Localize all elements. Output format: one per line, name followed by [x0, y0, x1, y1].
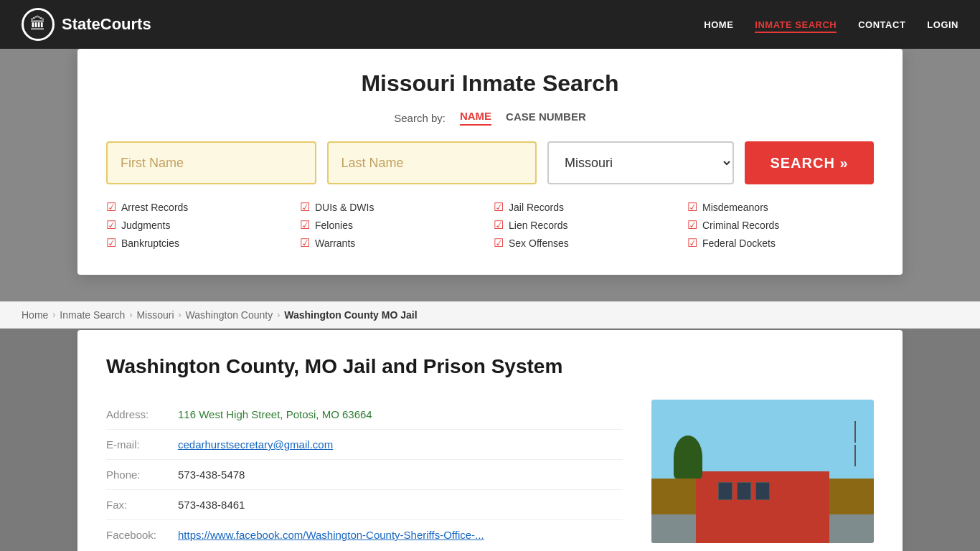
address-row: Address: 116 West High Street, Potosi, M…	[106, 400, 623, 430]
window-1	[718, 482, 732, 500]
facebook-value: https://www.facebook.com/Washington-Coun…	[178, 529, 484, 541]
nav-item-contact[interactable]: CONTACT	[858, 18, 905, 31]
search-by-row: Search by: NAME CASE NUMBER	[106, 110, 874, 126]
power-lines	[854, 421, 856, 466]
phone-label: Phone:	[106, 468, 171, 481]
checkbox-label-criminal: Criminal Records	[702, 220, 779, 231]
checkbox-icon-lien: ☑	[494, 218, 504, 232]
logo-text: StateCourts	[62, 15, 151, 34]
checkbox-label-judgments: Judgments	[121, 220, 170, 231]
checkbox-judgments: ☑ Judgments	[106, 218, 293, 232]
checkbox-label-lien: Lien Records	[509, 220, 568, 231]
checkbox-label-jail: Jail Records	[509, 202, 564, 213]
site-logo[interactable]: 🏛 StateCourts	[22, 8, 151, 41]
checkbox-icon-judgments: ☑	[106, 218, 116, 232]
nav-item-home[interactable]: HOME	[704, 18, 733, 31]
checkbox-icon-bankruptcies: ☑	[106, 236, 116, 250]
checkbox-arrest-records: ☑ Arrest Records	[106, 200, 293, 214]
search-inputs-row: Missouri Alabama Alaska Arizona Arkansas…	[106, 141, 874, 184]
fax-label: Fax:	[106, 499, 171, 511]
site-header: 🏛 StateCourts HOME INMATE SEARCH CONTACT…	[0, 0, 980, 49]
nav-item-login[interactable]: LOGIN	[927, 18, 958, 31]
nav-link-home[interactable]: HOME	[704, 19, 733, 30]
checkboxes-grid: ☑ Arrest Records ☑ DUIs & DWIs ☑ Jail Re…	[106, 200, 874, 250]
email-link[interactable]: cedarhurstsecretary@gmail.com	[178, 438, 333, 451]
checkbox-jail-records: ☑ Jail Records	[494, 200, 680, 214]
search-by-label: Search by:	[394, 112, 446, 124]
checkbox-bankruptcies: ☑ Bankruptcies	[106, 236, 293, 250]
checkbox-label-duis: DUIs & DWIs	[315, 202, 374, 213]
checkbox-lien-records: ☑ Lien Records	[494, 218, 680, 232]
window-3	[755, 482, 770, 500]
tree-left	[674, 435, 702, 479]
checkbox-icon-criminal: ☑	[687, 218, 697, 232]
breadcrumb-washington-county[interactable]: Washington County	[186, 309, 273, 321]
checkbox-label-federal: Federal Dockets	[702, 237, 776, 249]
facebook-label: Facebook:	[106, 529, 171, 541]
facebook-row: Facebook: https://www.facebook.com/Washi…	[106, 520, 623, 550]
checkbox-icon-duis: ☑	[300, 200, 310, 214]
breadcrumb-inmate-search[interactable]: Inmate Search	[60, 309, 125, 321]
nav-menu: HOME INMATE SEARCH CONTACT LOGIN	[704, 18, 958, 31]
checkbox-label-bankruptcies: Bankruptcies	[121, 237, 179, 249]
breadcrumb-chevron-1: ›	[52, 310, 55, 320]
email-row: E-mail: cedarhurstsecretary@gmail.com	[106, 430, 623, 460]
nav-link-contact[interactable]: CONTACT	[858, 19, 905, 30]
checkbox-label-misdemeanors: Misdemeanors	[702, 202, 768, 213]
jail-image-inner	[651, 400, 874, 543]
breadcrumb-chevron-2: ›	[129, 310, 132, 320]
checkbox-label-felonies: Felonies	[315, 220, 353, 231]
checkbox-warrants: ☑ Warrants	[300, 236, 486, 250]
email-label: E-mail:	[106, 438, 171, 451]
checkbox-sex-offenses: ☑ Sex Offenses	[494, 236, 680, 250]
checkbox-criminal-records: ☑ Criminal Records	[687, 218, 874, 232]
address-label: Address:	[106, 408, 171, 420]
email-value: cedarhurstsecretary@gmail.com	[178, 438, 333, 451]
fax-row: Fax: 573-438-8461	[106, 490, 623, 520]
search-card-title: Missouri Inmate Search	[106, 70, 874, 97]
checkbox-icon-jail: ☑	[494, 200, 504, 214]
checkbox-icon-misdemeanors: ☑	[687, 200, 697, 214]
checkbox-icon-felonies: ☑	[300, 218, 310, 232]
checkbox-icon-warrants: ☑	[300, 236, 310, 250]
info-table: Address: 116 West High Street, Potosi, M…	[106, 400, 623, 550]
sky-line-1	[854, 421, 856, 443]
checkbox-label-sex-offenses: Sex Offenses	[509, 237, 569, 249]
phone-value: 573-438-5478	[178, 468, 245, 481]
breadcrumb-missouri[interactable]: Missouri	[136, 309, 174, 321]
breadcrumb-current: Washington County MO Jail	[284, 309, 417, 321]
sky-line-2	[854, 445, 856, 466]
search-card: Missouri Inmate Search Search by: NAME C…	[77, 49, 903, 275]
building-windows	[718, 482, 807, 500]
nav-link-login[interactable]: LOGIN	[927, 19, 958, 30]
logo-icon: 🏛	[22, 8, 55, 41]
checkbox-icon-arrest: ☑	[106, 200, 116, 214]
tab-name[interactable]: NAME	[460, 110, 491, 126]
checkbox-label-warrants: Warrants	[315, 237, 355, 249]
first-name-input[interactable]	[106, 141, 316, 184]
main-content: Washington County, MO Jail and Prison Sy…	[77, 330, 903, 551]
state-select[interactable]: Missouri Alabama Alaska Arizona Arkansas…	[547, 141, 734, 184]
checkbox-icon-federal: ☑	[687, 236, 697, 250]
last-name-input[interactable]	[327, 141, 537, 184]
search-button[interactable]: SEARCH »	[745, 141, 874, 184]
checkbox-icon-sex-offenses: ☑	[494, 236, 504, 250]
checkbox-felonies: ☑ Felonies	[300, 218, 486, 232]
address-value: 116 West High Street, Potosi, MO 63664	[178, 408, 372, 420]
facebook-link[interactable]: https://www.facebook.com/Washington-Coun…	[178, 529, 484, 541]
phone-row: Phone: 573-438-5478	[106, 460, 623, 490]
breadcrumb-chevron-4: ›	[277, 310, 280, 320]
nav-item-inmate-search[interactable]: INMATE SEARCH	[755, 18, 837, 31]
jail-image	[651, 400, 874, 543]
jail-title: Washington County, MO Jail and Prison Sy…	[106, 355, 874, 378]
checkbox-label-arrest: Arrest Records	[121, 202, 188, 213]
breadcrumb-home[interactable]: Home	[22, 309, 48, 321]
checkbox-federal-dockets: ☑ Federal Dockets	[687, 236, 874, 250]
info-section: Address: 116 West High Street, Potosi, M…	[106, 400, 874, 550]
page-wrapper: 🏛 StateCourts HOME INMATE SEARCH CONTACT…	[0, 0, 980, 551]
nav-link-inmate-search[interactable]: INMATE SEARCH	[755, 19, 837, 33]
breadcrumb: Home › Inmate Search › Missouri › Washin…	[0, 301, 980, 329]
checkbox-misdemeanors: ☑ Misdemeanors	[687, 200, 874, 214]
fax-value: 573-438-8461	[178, 499, 245, 511]
tab-case-number[interactable]: CASE NUMBER	[506, 110, 586, 125]
